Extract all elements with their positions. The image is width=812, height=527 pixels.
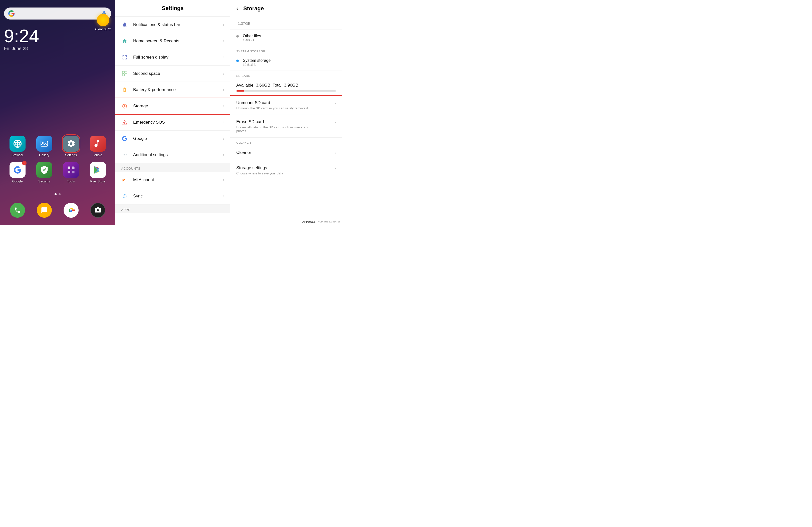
storage-panel: ‹ Storage 1.37GB Other files 1.40GB SYST… <box>230 0 342 225</box>
svg-rect-5 <box>41 141 47 146</box>
arrow-icon: › <box>223 88 224 92</box>
svg-rect-17 <box>125 71 127 73</box>
home-screen: 9:24 Fri, June 28 Clear 33°C Browser Gal… <box>0 0 115 225</box>
dock-chrome[interactable] <box>63 203 78 218</box>
back-button[interactable]: ‹ <box>236 5 238 12</box>
settings-item-google[interactable]: Google › <box>115 131 230 147</box>
svg-rect-18 <box>122 74 125 76</box>
other-files-dot <box>236 35 239 38</box>
settings-item-secondspace[interactable]: Second space › <box>115 65 230 82</box>
gallery-icon <box>36 136 52 152</box>
emergency-icon <box>121 119 128 126</box>
app-settings[interactable]: Settings <box>60 136 82 157</box>
additional-icon <box>121 151 128 158</box>
dot-2 <box>59 193 61 195</box>
settings-item-homescreen[interactable]: Home screen & Recents › <box>115 33 230 49</box>
storage-settings-text: Storage settings Choose where to save yo… <box>236 165 283 175</box>
sync-icon <box>121 193 128 200</box>
sd-card-info: Available: 3.66GB Total: 3.96GB <box>230 79 342 96</box>
storage-header: ‹ Storage <box>230 0 342 17</box>
music-icon <box>90 136 106 152</box>
dock-phone[interactable] <box>10 203 25 218</box>
sd-card-available: Available: 3.66GB Total: 3.96GB <box>236 83 336 88</box>
settings-item-fullscreen[interactable]: Full screen display › <box>115 49 230 65</box>
app-row-2: 1 Google Security Tools <box>4 162 111 183</box>
cleaner-label: CLEANER <box>230 137 342 146</box>
notification-icon <box>121 21 128 28</box>
unmount-sd-card[interactable]: Unmount SD card Unmount the SD card so y… <box>230 96 342 115</box>
accounts-section-label: ACCOUNTS <box>115 163 230 172</box>
svg-point-19 <box>122 155 124 156</box>
settings-title: Settings <box>162 5 184 11</box>
svg-rect-9 <box>68 171 70 173</box>
bottom-dock <box>4 200 111 220</box>
secondspace-icon <box>121 70 128 77</box>
sd-progress-fill <box>236 90 244 92</box>
settings-item-storage[interactable]: Storage › <box>115 98 230 114</box>
erase-text: Erase SD card Erases all data on the SD … <box>236 119 316 133</box>
weather-widget: Clear 33°C <box>95 14 111 31</box>
dot-1 <box>55 193 57 195</box>
svg-point-21 <box>126 155 127 156</box>
arrow-icon: › <box>223 153 224 157</box>
security-app-icon <box>36 162 52 178</box>
clock-date: Fri, June 28 <box>4 46 111 51</box>
storage-settings-item[interactable]: Storage settings Choose where to save yo… <box>230 161 342 180</box>
app-google[interactable]: 1 Google <box>6 162 29 183</box>
system-storage-dot <box>236 60 239 62</box>
arrow-icon: › <box>335 151 336 155</box>
arrow-icon: › <box>335 120 336 125</box>
cleaner-item[interactable]: Cleaner › <box>230 146 342 161</box>
app-tools[interactable]: Tools <box>60 162 82 183</box>
app-gallery[interactable]: Gallery <box>33 136 56 157</box>
svg-rect-7 <box>68 167 70 170</box>
fullscreen-icon <box>121 54 128 61</box>
settings-header: Settings <box>115 0 230 17</box>
page-indicator <box>4 193 111 195</box>
erase-sd-card[interactable]: Erase SD card Erases all data on the SD … <box>230 115 342 137</box>
arrow-icon: › <box>223 178 224 182</box>
home-icon <box>121 38 128 45</box>
svg-point-20 <box>124 155 125 156</box>
watermark: APPUALS FROM THE EXPERTS! <box>302 220 340 223</box>
settings-item-notifications[interactable]: Notifications & status bar › <box>115 17 230 33</box>
storage-title: Storage <box>243 5 264 12</box>
settings-list: Notifications & status bar › Home screen… <box>115 17 230 225</box>
settings-item-battery[interactable]: Battery & performance › <box>115 82 230 98</box>
arrow-icon: › <box>223 136 224 141</box>
arrow-icon: › <box>223 71 224 76</box>
storage-row-top: 1.37GB <box>230 17 342 30</box>
settings-item-sync[interactable]: Sync › <box>115 188 230 204</box>
mi-account-icon: Mi <box>121 176 128 184</box>
system-storage-label: SYSTEM STORAGE <box>230 46 342 54</box>
app-security[interactable]: Security <box>33 162 56 183</box>
settings-item-emergency[interactable]: Emergency SOS › <box>115 114 230 131</box>
storage-row-other-files: Other files 1.40GB <box>230 30 342 46</box>
app-playstore[interactable]: Play Store <box>87 162 109 183</box>
dock-camera[interactable] <box>90 203 105 218</box>
weather-info: Clear 33°C <box>95 27 111 31</box>
google-app-icon: 1 <box>10 162 26 178</box>
arrow-icon: › <box>223 104 224 108</box>
playstore-icon <box>90 162 106 178</box>
arrow-icon: › <box>223 194 224 199</box>
app-row-1: Browser Gallery Settings Music <box>4 136 111 157</box>
app-grid: Browser Gallery Settings Music <box>4 136 111 188</box>
svg-rect-16 <box>122 71 125 73</box>
settings-item-additional[interactable]: Additional settings › <box>115 147 230 163</box>
settings-item-miaccount[interactable]: Mi Mi Account › <box>115 172 230 188</box>
storage-icon <box>121 103 128 109</box>
cleaner-text: Cleaner <box>236 150 251 156</box>
arrow-icon: › <box>223 120 224 125</box>
sd-card-label: SD CARD <box>230 71 342 79</box>
unmount-text: Unmount SD card Unmount the SD card so y… <box>236 100 308 110</box>
dock-messages[interactable] <box>37 203 52 218</box>
app-browser[interactable]: Browser <box>6 136 29 157</box>
app-music[interactable]: Music <box>87 136 109 157</box>
system-storage-text: System storage 10.51GB <box>243 58 271 67</box>
other-files-text: Other files 1.40GB <box>243 34 261 42</box>
sd-progress-bar <box>236 90 336 92</box>
arrow-icon: › <box>223 55 224 60</box>
weather-sun-icon <box>97 14 110 26</box>
svg-text:Mi: Mi <box>122 178 126 182</box>
